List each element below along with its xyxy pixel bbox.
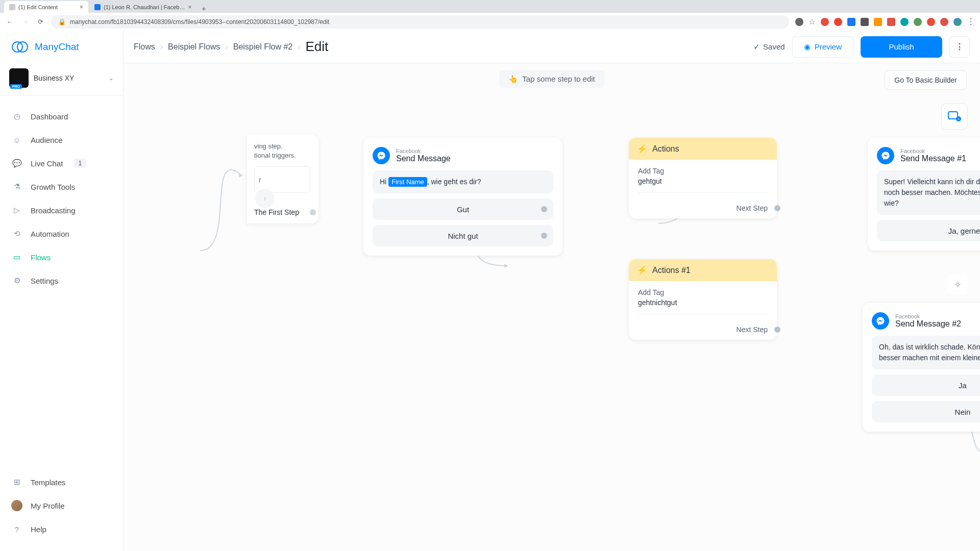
msg-body: Super! Vielleicht kann ich dir deinen Ta… [884,178,980,207]
topbar: Flows › Beispiel Flows › Beispiel Flow #… [124,31,980,63]
flow-canvas[interactable]: 👆 Tap some step to edit Go To Basic Buil… [124,63,980,551]
sidebar-item-automation[interactable]: ⟲ Automation [0,222,123,245]
back-icon[interactable]: ← [5,18,14,26]
send-message-node[interactable]: Facebook Send Message Hi First Name, wie… [363,138,562,256]
sidebar-item-settings[interactable]: ⚙ Settings [0,269,123,292]
bolt-icon: ⚡ [637,265,647,275]
close-icon[interactable]: × [80,4,83,11]
publish-label: Publish [889,42,914,51]
starter-node[interactable]: ving step. tional triggers. r The First … [247,135,318,223]
expand-starter-button[interactable]: › [255,189,275,208]
hint-text: Tap some step to edit [522,74,595,84]
menu-icon[interactable]: ⋮ [967,17,975,27]
account-switcher[interactable]: PRO Business XY ⌄ [0,63,123,95]
nav-label: Flows [31,253,51,262]
output-port[interactable] [774,327,780,333]
actions-node[interactable]: ⚡ Actions Add Tag gehtgut Next Step [629,138,777,218]
browser-tab[interactable]: (1) Edit Content × [4,1,88,13]
sidebar-item-audience[interactable]: ☺ Audience [0,128,123,152]
pro-badge: PRO [10,84,22,89]
svg-text:+: + [958,117,960,121]
quick-reply-nichtgut[interactable]: Nicht gut [373,225,553,246]
output-port[interactable] [774,205,780,211]
nav-label: Settings [31,277,58,285]
reply-label: Ja, gerne! [948,227,980,235]
next-step-port[interactable]: Next Step [629,319,777,340]
ext-icon[interactable] [861,18,869,26]
ext-icon[interactable] [834,18,842,26]
account-avatar: PRO [9,68,29,88]
variable-chip[interactable]: First Name [388,177,427,187]
msg-body: Oh, das ist wirklich schade. Könnte ich … [879,343,980,362]
ext-icon[interactable] [821,18,829,26]
preview-button[interactable]: ◉ Preview [792,36,853,58]
logo[interactable]: ManyChat [0,31,123,63]
ext-icon[interactable] [940,18,948,26]
reply-label: Nein [955,408,971,416]
quick-reply-gut[interactable]: Gut [373,198,553,220]
next-step-port[interactable]: Next Step [629,198,777,218]
flows-icon: ▭ [11,252,22,263]
magic-button[interactable]: ✧ [947,274,968,295]
add-node-button[interactable]: + [941,103,968,130]
nav-label: Live Chat [31,159,63,168]
nav-label: Help [31,525,46,534]
tab-title: (1) Leon R. Chaudhari | Faceb… [104,4,185,10]
more-icon: ⋮ [955,42,964,52]
breadcrumb-item[interactable]: Beispiel Flows [168,42,220,52]
browser-tab[interactable]: (1) Leon R. Chaudhari | Faceb… × [89,1,197,13]
sidebar-item-templates[interactable]: ⊞ Templates [0,470,123,494]
quick-reply-nein[interactable]: Nein [872,401,980,422]
sidebar-item-help[interactable]: ? Help [0,517,123,541]
address-bar: ← → ⟳ 🔒 manychat.com/fb181039443240830­9… [0,13,980,31]
actions-header: ⚡ Actions [629,138,777,160]
more-button[interactable]: ⋮ [949,36,970,58]
actions-title: Actions #1 [652,266,691,275]
sidebar-item-profile[interactable]: My Profile [0,494,123,517]
ext-icon[interactable] [874,18,882,26]
sidebar-item-dashboard[interactable]: ◷ Dashboard [0,105,123,128]
message-bubble[interactable]: Oh, das ist wirklich schade. Könnte ich … [872,336,980,369]
send-message-node[interactable]: Facebook Send Message #1 Super! Vielleic… [868,138,980,251]
ext-icon[interactable] [795,18,803,26]
publish-button[interactable]: Publish [861,36,942,58]
close-icon[interactable]: × [188,4,191,11]
profile-avatar [11,500,22,511]
url-input[interactable]: 🔒 manychat.com/fb181039443240830­9/cms/f… [51,15,789,29]
nav-label: My Profile [31,502,65,510]
send-message-node[interactable]: Facebook Send Message #2 Oh, das ist wir… [863,303,980,432]
message-bubble[interactable]: Super! Vielleicht kann ich dir deinen Ta… [877,170,980,215]
node-platform: Facebook [396,148,451,154]
node-title: Send Message #1 [900,154,966,163]
basic-builder-button[interactable]: Go To Basic Builder [885,70,967,90]
ext-icon[interactable] [914,18,922,26]
forward-icon[interactable]: → [20,18,30,26]
starter-body: ving step. tional triggers. [254,142,311,160]
reply-label: Gut [457,205,469,214]
ext-icon[interactable] [927,18,935,26]
output-port[interactable] [541,233,547,239]
output-port[interactable] [541,206,547,212]
ext-icon[interactable] [887,18,895,26]
quick-reply-ja[interactable]: Ja [872,374,980,396]
breadcrumb-item[interactable]: Flows [134,42,155,52]
first-step-port[interactable]: The First Step [254,208,311,216]
ext-icon[interactable] [847,18,855,26]
next-step-label: Next Step [737,325,768,334]
sidebar-item-flows[interactable]: ▭ Flows [0,245,123,269]
output-port[interactable] [310,209,316,215]
svg-marker-5 [239,173,243,178]
sidebar-item-broadcasting[interactable]: ▷ Broadcasting [0,198,123,222]
nav-label: Templates [31,478,65,487]
actions-node[interactable]: ⚡ Actions #1 Add Tag gehtnichtgut Next S… [629,259,777,340]
star-icon[interactable]: ☆ [808,17,816,27]
ext-icon[interactable] [900,18,909,26]
quick-reply-ja-gerne[interactable]: Ja, gerne! [877,220,980,241]
breadcrumb-item[interactable]: Beispiel Flow #2 [233,42,293,52]
sidebar-item-livechat[interactable]: 💬 Live Chat 1 [0,152,123,175]
reload-icon[interactable]: ⟳ [36,18,45,26]
message-bubble[interactable]: Hi First Name, wie geht es dir? [373,170,553,193]
avatar-icon[interactable] [953,18,962,26]
new-tab-button[interactable]: + [198,5,210,13]
sidebar-item-growth[interactable]: ⚗ Growth Tools [0,175,123,198]
